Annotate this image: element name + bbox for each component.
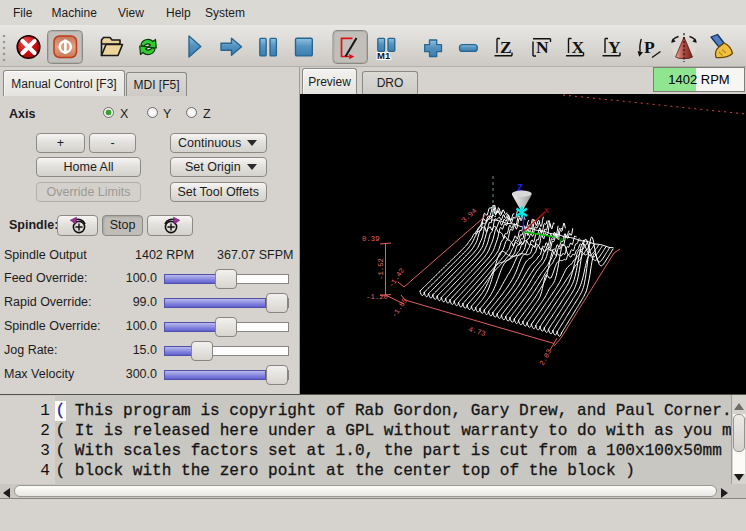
svg-text:-1.52: -1.52	[377, 258, 385, 280]
svg-text:M1: M1	[377, 50, 391, 61]
svg-text:0.39: 0.39	[362, 235, 380, 243]
svg-text:Y: Y	[608, 37, 621, 57]
svg-text:Y: Y	[558, 236, 563, 245]
svg-text:Z: Z	[500, 37, 512, 57]
svg-text:P: P	[644, 37, 655, 57]
svg-text:X: X	[572, 37, 585, 57]
svg-text:N: N	[536, 37, 549, 57]
svg-text:X: X	[544, 206, 549, 215]
svg-text:-1.20: -1.20	[366, 293, 388, 301]
